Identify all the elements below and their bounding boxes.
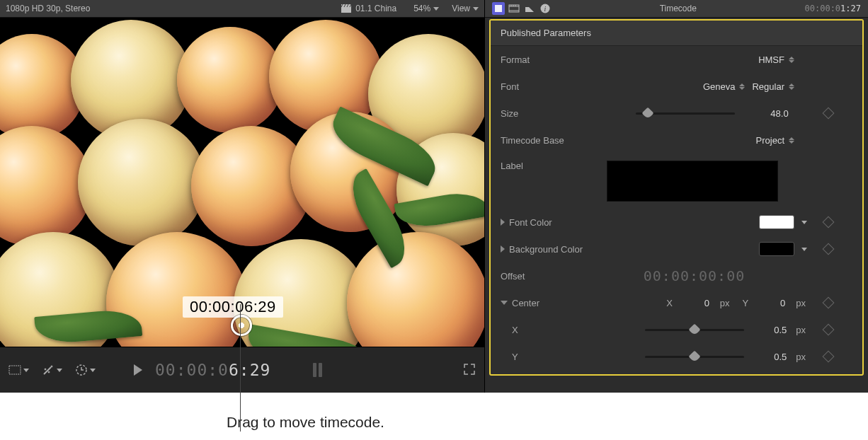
disclosure-triangle[interactable] [501,245,505,253]
param-label: Y [512,352,518,362]
playhead-timecode[interactable]: 00:00:06:29 [155,361,270,379]
font-style-value: Regular [752,81,784,92]
tab-video[interactable] [508,2,520,15]
viewport[interactable]: 00:00:06:29 [0,18,484,347]
chevron-down-icon [90,369,96,372]
param-label: Center [512,298,539,308]
param-label: Format [501,54,530,65]
chevron-down-icon [433,7,439,11]
param-center-y: Y 0.5 px [491,343,862,370]
inspector-tc-dim: 00:00:0 [805,4,841,13]
inspector-pane: i Timecode 00:00:01:27 Published Paramet… [485,0,868,393]
y-value[interactable]: 0.5 [758,352,787,362]
center-x-value[interactable]: 0 [681,298,709,308]
timecode-bright: 6:29 [229,361,270,379]
slider-thumb[interactable] [641,107,653,119]
viewer-format-info: 1080p HD 30p, Stereo [6,4,90,13]
format-value: HMSF [758,54,784,65]
move-handle-icon[interactable] [231,315,252,336]
svg-point-9 [48,371,50,373]
size-slider[interactable] [636,112,735,115]
param-size: Size 48.0 [491,100,862,127]
center-x-label: X [666,298,673,308]
svg-point-8 [45,369,46,370]
keyframe-button[interactable] [823,351,835,363]
published-parameters-group: Published Parameters Format HMSF Font [489,19,864,376]
keyframe-button[interactable] [823,324,835,336]
param-format: Format HMSF [491,46,862,73]
timecode-overlay[interactable]: 00:00:06:29 [183,296,283,318]
param-label: Label [491,154,862,209]
disclosure-triangle[interactable] [501,219,505,226]
svg-rect-6 [9,366,21,374]
play-button[interactable] [134,364,142,376]
unit-label: px [796,325,806,335]
viewer-footer: 00:00:06:29 [0,347,484,393]
fullscreen-button[interactable] [463,363,476,378]
tab-info[interactable]: i [539,2,552,15]
viewer-header: 1080p HD 30p, Stereo 01.1 China 54% View [0,0,484,18]
format-popup[interactable]: HMSF [758,54,794,65]
y-slider[interactable] [645,356,744,358]
param-label: Background Color [509,244,583,255]
param-label: Font [501,81,519,92]
font-style-popup[interactable]: Regular [752,81,794,92]
param-label-text: Label [501,161,523,171]
tab-generator[interactable] [492,2,505,15]
svg-point-7 [51,366,52,367]
x-value[interactable]: 0.5 [758,325,787,335]
param-font-color: Font Color [491,209,862,236]
viewer-pane: 1080p HD 30p, Stereo 01.1 China 54% View [0,0,485,393]
view-menu[interactable]: View [452,4,479,13]
svg-text:i: i [544,5,547,13]
inspector-duration: 00:00:01:27 [805,4,861,13]
label-text-well[interactable] [607,161,778,202]
param-timecode-base: Timecode Base Project [491,127,862,154]
param-center: Center X 0 px Y 0 px [491,289,862,316]
keyframe-button[interactable] [823,243,835,255]
size-value[interactable]: 48.0 [749,108,810,119]
param-label: X [512,325,518,335]
clip-name[interactable]: 01.1 China [341,4,396,13]
view-menu-label: View [452,4,470,13]
bg-color-swatch[interactable] [759,242,794,256]
unit-label: px [796,352,806,362]
transform-tool-menu[interactable] [8,365,29,375]
app-window: 1080p HD 30p, Stereo 01.1 China 54% View [0,0,868,393]
param-label: Size [501,108,518,119]
keyframe-button[interactable] [823,108,835,120]
enhance-tool-menu[interactable] [42,364,62,376]
tab-audio-or-mask[interactable] [523,2,536,15]
center-y-label: Y [743,298,749,308]
zoom-menu[interactable]: 54% [413,4,439,13]
param-center-x: X 0.5 px [491,316,862,343]
svg-marker-18 [525,7,534,12]
retime-tool-menu[interactable] [75,364,96,376]
x-slider[interactable] [645,329,744,331]
chevron-down-icon [473,7,479,11]
center-y-value[interactable]: 0 [757,298,785,308]
param-offset: Offset 00:00:00:00 [491,262,862,289]
clip-name-text: 01.1 China [355,4,396,13]
keyframe-button[interactable] [823,216,835,228]
font-color-swatch[interactable] [759,215,794,229]
chevron-down-icon[interactable] [801,248,807,251]
param-label: Font Color [509,217,552,228]
keyframe-button[interactable] [823,297,835,309]
inspector-title: Timecode [557,4,799,13]
chevron-down-icon [57,369,62,372]
slider-thumb[interactable] [689,323,701,335]
disclosure-triangle[interactable] [501,301,508,305]
timecode-base-popup[interactable]: Project [756,135,794,146]
font-family-value: Geneva [703,81,736,92]
unit-label: px [796,298,806,308]
offset-timecode[interactable]: 00:00:00:00 [644,267,745,284]
unit-label: px [720,298,730,308]
slider-thumb[interactable] [689,350,701,362]
font-family-popup[interactable]: Geneva [703,81,746,92]
inspector-tc-bright: 1:27 [840,4,861,13]
audio-skimming-icon[interactable] [313,363,322,377]
zoom-value: 54% [413,4,430,13]
param-label: Offset [501,271,525,282]
chevron-down-icon[interactable] [801,221,807,224]
